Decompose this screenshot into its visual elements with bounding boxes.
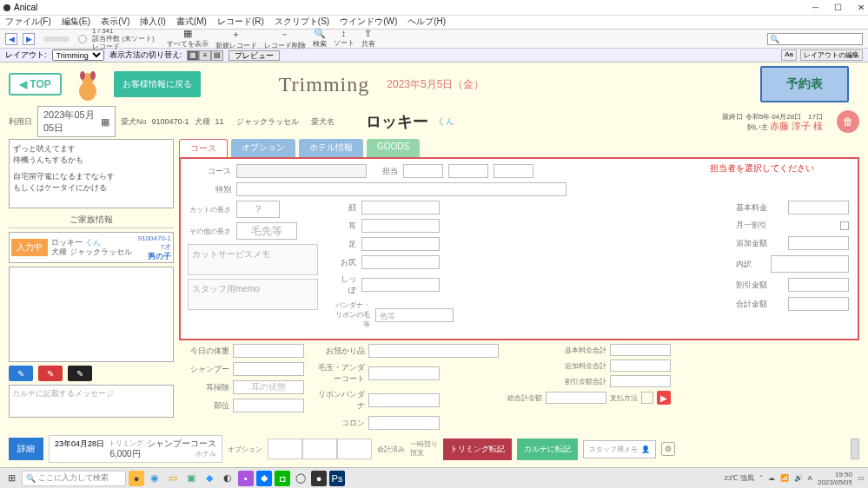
tail-input[interactable] — [361, 278, 440, 292]
opt-cell-1[interactable] — [268, 439, 302, 459]
edit-layout-button[interactable]: レイアウトの編集 — [800, 49, 863, 61]
karte-copy-button[interactable]: カルテに転記 — [517, 439, 578, 460]
staff-memo-input[interactable]: スタッフ用memo — [188, 279, 318, 310]
pay-button[interactable]: ▶ — [657, 391, 671, 405]
weight-input[interactable] — [233, 344, 304, 358]
pen-blue-button[interactable]: ✎ — [9, 366, 33, 381]
cut-memo-input[interactable]: カットサービスメモ — [188, 244, 318, 275]
tb-folder-icon[interactable]: ▭ — [165, 471, 181, 486]
history-card[interactable]: 23年04月28日 トリミング シャンプーコース 6,000円 ホテル — [49, 435, 222, 463]
customer-back-button[interactable]: お客様情報に戻る — [114, 71, 201, 97]
menu-file[interactable]: ファイル(F) — [5, 16, 51, 29]
hair-input[interactable] — [368, 366, 440, 380]
tray-chevron-icon[interactable]: ˄ — [759, 474, 763, 482]
clock[interactable]: 19:50 2023/05/05 — [818, 471, 852, 486]
total-input[interactable] — [788, 297, 849, 311]
tb-excel-icon[interactable]: ▣ — [183, 471, 199, 486]
trim-copy-button[interactable]: トリミング転記 — [443, 439, 512, 460]
tab-course[interactable]: コース — [179, 139, 228, 157]
tray-network-icon[interactable]: 📶 — [780, 474, 789, 482]
ear-input[interactable] — [361, 219, 440, 233]
family-row[interactable]: 入力中 ロッキー くん 犬種 ジャックラッセル 9100470-1 7才 男の子 — [9, 232, 174, 263]
opt-cell-2[interactable] — [302, 439, 337, 459]
taskbar-search[interactable]: 🔍ここに入力して検索 — [22, 471, 126, 486]
history-detail-button[interactable]: 詳細 — [9, 438, 43, 460]
menu-help[interactable]: ヘルプ(H) — [407, 16, 446, 29]
basefee-input[interactable] — [788, 201, 849, 214]
tool-search[interactable]: 🔍検索 — [313, 28, 327, 50]
bandana-input[interactable]: 色等 — [375, 308, 454, 322]
tool-new-record[interactable]: ＋新規レコード — [215, 28, 257, 50]
monthly-checkbox[interactable] — [840, 221, 849, 230]
tb-chrome-icon[interactable]: ◐ — [220, 471, 235, 486]
settings-button[interactable]: ⚙ — [661, 442, 675, 456]
viewmode-form[interactable]: ▦ — [187, 50, 199, 61]
maximize-icon[interactable]: ☐ — [834, 3, 842, 12]
minimize-icon[interactable]: ─ — [812, 3, 818, 12]
tb-app-1[interactable]: ● — [129, 471, 144, 486]
butt-input[interactable] — [361, 255, 440, 269]
earclean-input[interactable]: 耳の状態 — [233, 380, 304, 394]
tab-hotel[interactable]: ホテル情報 — [299, 139, 363, 157]
tray-ime-icon[interactable]: A — [808, 474, 812, 482]
tool-share[interactable]: ⇪共有 — [361, 28, 375, 50]
tantou-input-2[interactable] — [448, 164, 488, 178]
next-record-button[interactable]: ▶ — [23, 33, 35, 45]
weather-widget[interactable]: 23℃ 強風 — [724, 473, 753, 483]
quick-search-input[interactable]: 🔍 — [767, 33, 863, 45]
pay-input[interactable] — [641, 392, 653, 404]
tb-ps-icon[interactable]: Ps — [329, 471, 345, 486]
tb-app-5[interactable]: ● — [311, 471, 327, 486]
tool-sort[interactable]: ↕ソート — [334, 28, 354, 50]
tab-option[interactable]: オプション — [231, 139, 295, 157]
tantou-input-1[interactable] — [403, 164, 443, 178]
face-input[interactable] — [361, 201, 440, 214]
otherlen-input[interactable]: 毛先等 — [236, 222, 297, 240]
close-icon[interactable]: ✕ — [858, 3, 865, 12]
tool-show-all[interactable]: ▦すべてを表示 — [167, 28, 209, 50]
preview-button[interactable]: プレビュー — [229, 50, 280, 61]
pen-red-button[interactable]: ✎ — [38, 366, 63, 381]
karte-memo-input[interactable]: カルテに記載するメッセージ — [9, 385, 174, 418]
deposit-input[interactable] — [368, 344, 499, 358]
viewmode-list[interactable]: ≡ — [199, 50, 211, 61]
tray-notification-icon[interactable]: ▭ — [858, 474, 865, 482]
staffmemo-button[interactable]: スタッフ用メモ 👤 — [583, 440, 656, 458]
cologne-input[interactable] — [368, 416, 440, 430]
menu-edit[interactable]: 編集(E) — [62, 16, 90, 29]
start-button[interactable]: ⊞ — [3, 471, 19, 486]
tray-volume-icon[interactable]: 🔊 — [794, 474, 803, 482]
shampoo-input[interactable] — [233, 362, 304, 376]
layout-select[interactable]: Trimming — [52, 49, 104, 61]
tb-line-icon[interactable]: ◘ — [275, 471, 290, 486]
tantou-input-3[interactable] — [494, 164, 533, 178]
special-input[interactable] — [236, 182, 567, 196]
foot-input[interactable] — [361, 237, 440, 251]
tb-app-4[interactable]: ◯ — [293, 471, 308, 486]
tab-goods[interactable]: GOODS — [367, 139, 420, 157]
prev-record-button[interactable]: ◀ — [5, 33, 17, 45]
opt-cell-3[interactable] — [337, 439, 372, 459]
viewmode-table[interactable]: ▤ — [211, 50, 223, 61]
tb-app-3[interactable]: ▪ — [238, 471, 254, 486]
tb-app-2[interactable]: ◆ — [202, 471, 217, 486]
record-slider[interactable] — [43, 36, 70, 42]
tb-edge-icon[interactable]: ◉ — [147, 471, 162, 486]
tb-dropbox-icon[interactable]: ◆ — [256, 471, 272, 486]
scrollbar[interactable] — [851, 439, 859, 459]
customer-memo[interactable]: ずっと吠えてます 待機うんちするかも 自宅留守電になるまでならす もしくはケータ… — [9, 139, 174, 208]
ribbon-input[interactable] — [368, 393, 440, 407]
part-input[interactable] — [233, 399, 304, 412]
course-select[interactable] — [236, 164, 367, 178]
use-date-field[interactable]: 2023年05月05日▦ — [37, 106, 116, 137]
addfee-input[interactable] — [788, 236, 849, 250]
detail-input[interactable] — [771, 255, 849, 273]
cutlen-input[interactable]: ？ — [236, 201, 280, 218]
delete-button[interactable]: 🗑 — [837, 110, 859, 133]
tool-delete-record[interactable]: －レコード削除 — [264, 28, 306, 50]
tray-onedrive-icon[interactable]: ☁ — [768, 474, 775, 482]
discount-input[interactable] — [788, 278, 849, 292]
format-aa-button[interactable]: Aa — [781, 49, 797, 61]
pen-black-button[interactable]: ✎ — [68, 366, 92, 381]
reservation-button[interactable]: 予約表 — [760, 66, 849, 102]
